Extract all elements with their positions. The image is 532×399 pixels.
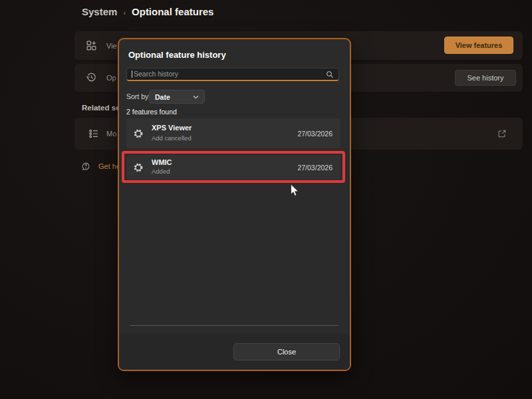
text-caret <box>132 70 132 78</box>
feature-status: Added <box>152 168 170 175</box>
get-help-link[interactable]: Get hel <box>81 162 122 171</box>
feature-gear-icon <box>133 162 144 173</box>
feature-list-icon <box>88 128 99 139</box>
add-feature-label: Vie <box>106 42 117 50</box>
see-history-button[interactable]: See history <box>455 70 516 86</box>
feature-name: WMIC <box>152 158 172 166</box>
view-features-button[interactable]: View features <box>444 37 513 54</box>
feature-row-wmic[interactable]: WMIC Added 27/03/2026 <box>126 155 340 180</box>
external-link-icon <box>497 129 507 138</box>
breadcrumb: System › Optional features <box>82 6 213 17</box>
sort-by-value: Date <box>155 93 193 101</box>
history-label: Op <box>106 74 116 82</box>
more-windows-features-label: Mo <box>106 130 116 138</box>
breadcrumb-system[interactable]: System <box>82 6 117 17</box>
sort-by-dropdown[interactable]: Date <box>149 90 205 104</box>
footer-divider <box>130 325 338 326</box>
search-history-input[interactable] <box>127 68 338 80</box>
sort-by-label: Sort by: <box>126 92 150 100</box>
feature-date: 27/03/2026 <box>297 164 332 172</box>
breadcrumb-optional-features: Optional features <box>132 6 213 17</box>
feature-status: Add cancelled <box>152 134 192 142</box>
history-icon <box>86 72 97 83</box>
results-count: 2 features found <box>126 108 177 116</box>
chevron-down-icon <box>193 95 199 99</box>
optional-feature-history-dialog: Optional feature history Sort by: Date 2… <box>118 38 351 371</box>
dialog-footer: Close <box>119 334 350 370</box>
dialog-title: Optional feature history <box>128 50 226 60</box>
help-icon <box>81 162 90 171</box>
search-icon <box>326 70 334 78</box>
breadcrumb-separator-icon: › <box>123 9 126 17</box>
apps-add-icon <box>86 40 97 51</box>
feature-gear-icon <box>133 128 144 139</box>
search-history-box <box>126 68 339 81</box>
feature-row-xps-viewer[interactable]: XPS Viewer Add cancelled 27/03/2026 <box>126 118 340 148</box>
feature-date: 27/03/2026 <box>297 130 332 138</box>
close-button[interactable]: Close <box>233 343 340 360</box>
feature-name: XPS Viewer <box>152 124 192 132</box>
